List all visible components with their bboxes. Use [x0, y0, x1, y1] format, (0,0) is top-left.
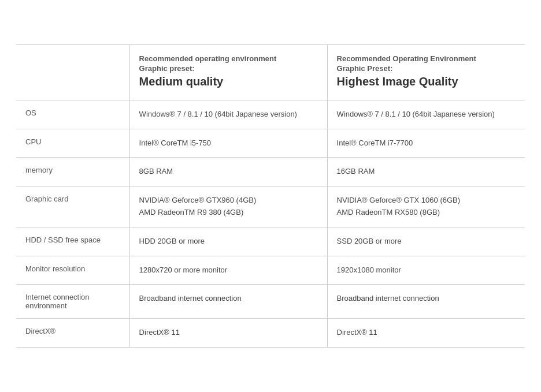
row-col2-value: Intel® CoreTM i7-7700	[327, 129, 525, 158]
comparison-table: Recommended operating environment Graphi…	[16, 44, 525, 348]
row-col2-value: 1920x1080 monitor	[327, 256, 525, 285]
row-col1-value: Broadband internet connection	[129, 285, 327, 319]
row-col2-value: NVIDIA® Geforce® GTX 1060 (6GB)AMD Radeo…	[327, 186, 525, 227]
row-label: memory	[16, 158, 129, 186]
header-recommended-env: Recommended operating environment	[139, 54, 318, 63]
header-label-cell	[16, 44, 129, 100]
row-label: Graphic card	[16, 186, 129, 227]
header-highest-title: Highest Image Quality	[337, 75, 516, 88]
row-label: OS	[16, 100, 129, 129]
row-col2-value: DirectX® 11	[327, 319, 525, 348]
header-highest-cell: Recommended Operating Environment Graphi…	[327, 44, 525, 100]
row-col2-value: Windows® 7 / 8.1 / 10 (64bit Japanese ve…	[327, 100, 525, 129]
row-col2-value: SSD 20GB or more	[327, 227, 525, 256]
row-label: Internet connection environment	[16, 285, 129, 319]
row-label: HDD / SSD free space	[16, 227, 129, 256]
comparison-table-container: Recommended operating environment Graphi…	[16, 44, 525, 348]
row-col1-value: HDD 20GB or more	[129, 227, 327, 256]
row-col1-value: Windows® 7 / 8.1 / 10 (64bit Japanese ve…	[129, 100, 327, 129]
row-col2-value: 16GB RAM	[327, 158, 525, 186]
row-col2-value: Broadband internet connection	[327, 285, 525, 319]
header-recommended-title: Medium quality	[139, 75, 318, 88]
row-label: CPU	[16, 129, 129, 158]
row-col1-value: 8GB RAM	[129, 158, 327, 186]
row-label: DirectX®	[16, 319, 129, 348]
row-col1-value: Intel® CoreTM i5-750	[129, 129, 327, 158]
header-recommended-cell: Recommended operating environment Graphi…	[129, 44, 327, 100]
header-highest-env: Recommended Operating Environment	[337, 54, 516, 63]
row-label: Monitor resolution	[16, 256, 129, 285]
header-highest-preset: Graphic Preset:	[337, 64, 516, 73]
row-col1-value: DirectX® 11	[129, 319, 327, 348]
row-col1-value: NVIDIA® Geforce® GTX960 (4GB)AMD RadeonT…	[129, 186, 327, 227]
header-recommended-preset: Graphic preset:	[139, 64, 318, 73]
row-col1-value: 1280x720 or more monitor	[129, 256, 327, 285]
